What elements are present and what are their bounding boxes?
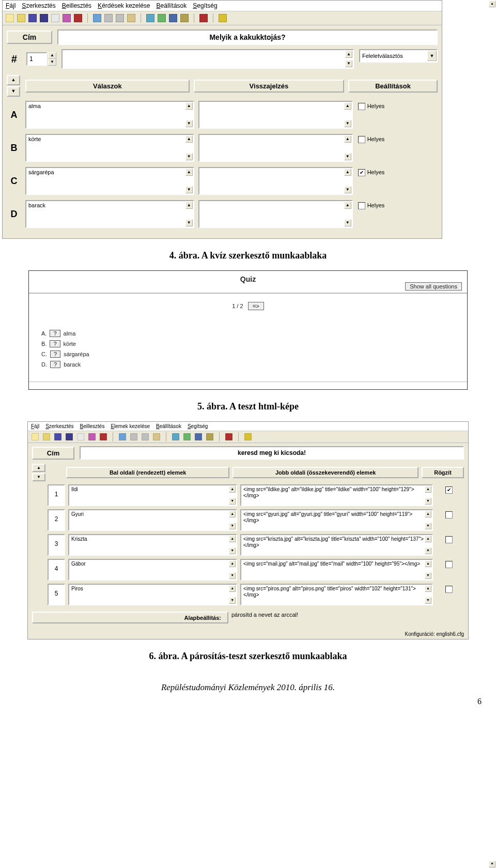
reorder-up-icon[interactable]: ▲ xyxy=(7,75,20,85)
question-number-spinner[interactable]: 1 ▲ ▼ xyxy=(26,49,56,69)
spinner-up-icon[interactable]: ▲ xyxy=(48,52,56,59)
correct-checkbox[interactable] xyxy=(358,103,365,110)
scroll-up-icon[interactable]: ▲ xyxy=(344,102,351,110)
correct-checkbox[interactable]: ✔ xyxy=(358,169,365,176)
undo-icon[interactable] xyxy=(93,14,101,22)
feedback-text-input[interactable]: ▲▼ xyxy=(198,101,353,129)
feedback-text-input[interactable]: ▲▼ xyxy=(198,134,353,162)
right-item-input[interactable]: <img src="gyuri.jpg" alt="gyuri.jpg" tit… xyxy=(240,509,433,531)
scroll-up-icon[interactable]: ▲ xyxy=(344,135,351,143)
menu-kérdések kezelése[interactable]: Kérdések kezelése xyxy=(98,2,150,9)
scroll-up-icon[interactable]: ▲ xyxy=(229,511,236,517)
right-item-input[interactable]: <img src="piros.png" alt="piros.png" tit… xyxy=(240,584,433,605)
scroll-up-icon[interactable]: ▲ xyxy=(425,486,431,493)
menu-beillesztés[interactable]: Beillesztés xyxy=(80,423,105,429)
quiz-next-button[interactable]: => xyxy=(248,302,264,310)
title-input[interactable]: Melyik a kakukktojás? xyxy=(57,29,438,45)
correct-checkbox[interactable] xyxy=(358,202,365,209)
paste-icon[interactable] xyxy=(153,433,160,440)
export-web-icon[interactable] xyxy=(74,14,82,22)
tool3-icon[interactable] xyxy=(169,14,177,22)
scroll-up-icon[interactable]: ▲ xyxy=(344,169,351,176)
tool3-icon[interactable] xyxy=(195,433,202,440)
reorder-down-icon[interactable]: ▼ xyxy=(32,473,45,481)
export-web-icon[interactable] xyxy=(100,433,107,440)
new-icon[interactable] xyxy=(32,433,39,440)
question-number-value[interactable]: 1 xyxy=(26,52,47,66)
cut-icon[interactable] xyxy=(130,433,137,440)
answer-text-input[interactable]: sárgarépa▲▼ xyxy=(25,167,194,195)
export-pkg-icon[interactable] xyxy=(63,14,71,22)
menu-szerkesztés[interactable]: Szerkesztés xyxy=(22,2,55,9)
copy-icon[interactable] xyxy=(116,14,124,22)
menu-segítség[interactable]: Segítség xyxy=(193,2,217,9)
save-all-icon[interactable] xyxy=(40,14,48,22)
show-all-button[interactable]: Show all questions xyxy=(405,282,462,291)
tool1-icon[interactable] xyxy=(172,433,179,440)
export-pkg-icon[interactable] xyxy=(88,433,96,440)
menu-beállítások[interactable]: Beállítások xyxy=(156,423,181,429)
spinner-down-icon[interactable]: ▼ xyxy=(48,59,56,66)
fix-checkbox[interactable] xyxy=(445,511,453,519)
default-setting-input[interactable]: párosítd a nevet az arccal! ▲ ▼ xyxy=(231,612,464,627)
left-item-input[interactable]: Piros▲▼ xyxy=(68,584,237,605)
scroll-down-icon[interactable]: ▼ xyxy=(344,153,351,160)
scroll-down-icon[interactable]: ▼ xyxy=(425,597,431,604)
scroll-down-icon[interactable]: ▼ xyxy=(425,498,431,505)
left-item-input[interactable]: Ildi▲▼ xyxy=(68,484,237,506)
scroll-up-icon[interactable]: ▲ xyxy=(345,51,352,58)
right-item-input[interactable]: <img src="ildike.jpg" alt="ildike.jpg" t… xyxy=(240,484,433,506)
scroll-up-icon[interactable]: ▲ xyxy=(185,135,193,143)
open-icon[interactable] xyxy=(17,14,25,22)
new-icon[interactable] xyxy=(6,14,14,22)
help-icon[interactable] xyxy=(244,433,252,440)
scroll-up-icon[interactable]: ▲ xyxy=(344,202,351,209)
option-select-button[interactable]: ? xyxy=(50,351,60,358)
tool4-icon[interactable] xyxy=(206,433,213,440)
menu-segítség[interactable]: Segítség xyxy=(188,423,208,429)
print-icon[interactable] xyxy=(51,14,59,22)
copy-icon[interactable] xyxy=(142,433,149,440)
scroll-up-icon[interactable]: ▲ xyxy=(425,560,431,567)
scroll-down-icon[interactable]: ▼ xyxy=(344,219,351,226)
scroll-down-icon[interactable]: ▼ xyxy=(344,186,351,193)
right-item-input[interactable]: <img src="kriszta.jpg" alt="kriszta.jpg"… xyxy=(240,534,433,556)
fix-checkbox[interactable] xyxy=(445,536,453,543)
left-item-input[interactable]: Gábor▲▼ xyxy=(68,559,237,581)
menu-fájl[interactable]: Fájl xyxy=(6,2,16,9)
scroll-down-icon[interactable]: ▼ xyxy=(425,547,431,554)
reorder-up-icon[interactable]: ▲ xyxy=(32,464,45,472)
scroll-up-icon[interactable]: ▲ xyxy=(425,511,431,517)
scroll-down-icon[interactable]: ▼ xyxy=(229,547,236,554)
scroll-up-icon[interactable]: ▲ xyxy=(185,102,193,110)
scroll-up-icon[interactable]: ▲ xyxy=(425,585,431,592)
paste-icon[interactable] xyxy=(127,14,135,22)
scroll-up-icon[interactable]: ▲ xyxy=(185,202,193,209)
run-icon[interactable] xyxy=(225,433,233,440)
answer-text-input[interactable]: körte▲▼ xyxy=(25,134,194,162)
answer-text-input[interactable]: alma▲▼ xyxy=(25,101,194,129)
save-all-icon[interactable] xyxy=(66,433,73,440)
tool2-icon[interactable] xyxy=(158,14,166,22)
cut-icon[interactable] xyxy=(104,14,113,22)
correct-checkbox[interactable] xyxy=(358,136,365,143)
tool4-icon[interactable] xyxy=(180,14,189,22)
scroll-down-icon[interactable]: ▼ xyxy=(425,523,431,529)
scroll-down-icon[interactable]: ▼ xyxy=(229,498,236,505)
scroll-down-icon[interactable]: ▼ xyxy=(185,186,193,193)
option-select-button[interactable]: ? xyxy=(50,330,60,337)
scroll-up-icon[interactable]: ▲ xyxy=(185,169,193,176)
option-select-button[interactable]: ? xyxy=(50,361,60,368)
menu-elemek kezelése[interactable]: Elemek kezelése xyxy=(111,423,150,429)
run-icon[interactable] xyxy=(199,14,208,22)
left-item-input[interactable]: Kriszta▲▼ xyxy=(68,534,237,556)
scroll-down-icon[interactable]: ▼ xyxy=(345,60,352,67)
menu-beillesztés[interactable]: Beillesztés xyxy=(62,2,91,9)
menu-szerkesztés[interactable]: Szerkesztés xyxy=(45,423,73,429)
scroll-up-icon[interactable]: ▲ xyxy=(489,1,495,7)
help-icon[interactable] xyxy=(219,14,227,22)
scroll-down-icon[interactable]: ▼ xyxy=(344,120,351,127)
dropdown-arrow-icon[interactable]: ▼ xyxy=(427,51,437,61)
fix-checkbox[interactable] xyxy=(445,586,453,593)
menu-beállítások[interactable]: Beállítások xyxy=(157,2,187,9)
